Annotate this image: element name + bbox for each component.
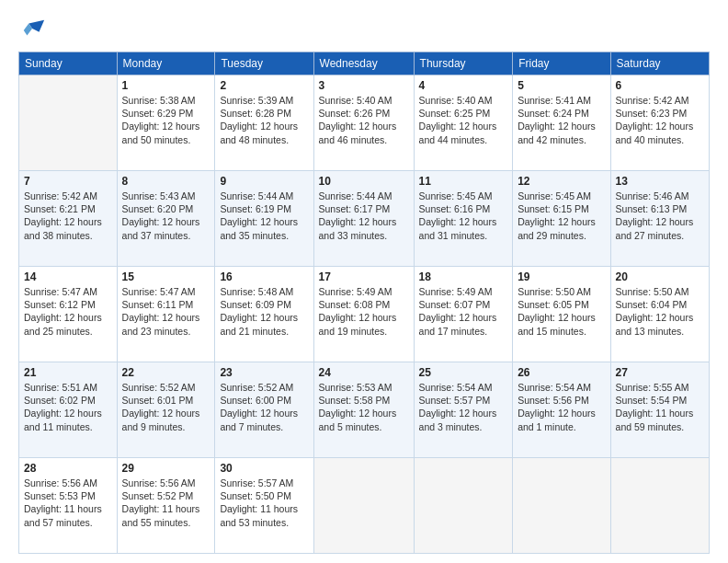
- day-info: Sunrise: 5:41 AM Sunset: 6:24 PM Dayligh…: [518, 94, 605, 146]
- day-number: 2: [220, 79, 308, 92]
- calendar-day-cell: 11Sunrise: 5:45 AM Sunset: 6:16 PM Dayli…: [414, 171, 513, 267]
- calendar-day-cell: [19, 75, 118, 171]
- day-info: Sunrise: 5:39 AM Sunset: 6:28 PM Dayligh…: [220, 94, 308, 146]
- calendar-day-cell: 27Sunrise: 5:55 AM Sunset: 5:54 PM Dayli…: [610, 362, 709, 458]
- calendar-day-cell: 22Sunrise: 5:52 AM Sunset: 6:01 PM Dayli…: [117, 362, 215, 458]
- day-info: Sunrise: 5:42 AM Sunset: 6:23 PM Dayligh…: [616, 94, 704, 146]
- calendar-day-cell: 6Sunrise: 5:42 AM Sunset: 6:23 PM Daylig…: [610, 75, 709, 171]
- day-number: 1: [122, 79, 210, 92]
- day-info: Sunrise: 5:44 AM Sunset: 6:17 PM Dayligh…: [319, 190, 409, 242]
- day-info: Sunrise: 5:45 AM Sunset: 6:15 PM Dayligh…: [518, 190, 605, 242]
- calendar-week-row: 21Sunrise: 5:51 AM Sunset: 6:02 PM Dayli…: [19, 362, 710, 458]
- calendar-day-cell: 1Sunrise: 5:38 AM Sunset: 6:29 PM Daylig…: [117, 75, 215, 171]
- calendar-day-cell: 9Sunrise: 5:44 AM Sunset: 6:19 PM Daylig…: [215, 171, 313, 267]
- day-info: Sunrise: 5:53 AM Sunset: 5:58 PM Dayligh…: [319, 381, 409, 433]
- calendar-day-cell: [610, 458, 709, 554]
- day-number: 15: [122, 270, 210, 283]
- day-number: 13: [616, 175, 704, 188]
- day-number: 21: [24, 366, 112, 379]
- calendar-day-cell: 23Sunrise: 5:52 AM Sunset: 6:00 PM Dayli…: [215, 362, 313, 458]
- day-info: Sunrise: 5:47 AM Sunset: 6:11 PM Dayligh…: [122, 285, 210, 338]
- day-info: Sunrise: 5:48 AM Sunset: 6:09 PM Dayligh…: [220, 285, 308, 338]
- day-number: 7: [24, 175, 112, 188]
- calendar-day-cell: 26Sunrise: 5:54 AM Sunset: 5:56 PM Dayli…: [513, 362, 610, 458]
- day-info: Sunrise: 5:40 AM Sunset: 6:25 PM Dayligh…: [419, 94, 508, 146]
- calendar-day-cell: 25Sunrise: 5:54 AM Sunset: 5:57 PM Dayli…: [414, 362, 513, 458]
- calendar-header-sunday: Sunday: [19, 52, 118, 75]
- day-number: 12: [518, 175, 605, 188]
- svg-marker-0: [28, 20, 44, 32]
- day-info: Sunrise: 5:45 AM Sunset: 6:16 PM Dayligh…: [419, 190, 508, 242]
- calendar-day-cell: 18Sunrise: 5:49 AM Sunset: 6:07 PM Dayli…: [414, 267, 513, 362]
- calendar-header-monday: Monday: [117, 52, 215, 75]
- page: SundayMondayTuesdayWednesdayThursdayFrid…: [0, 0, 728, 563]
- calendar-day-cell: [414, 458, 513, 554]
- day-number: 16: [220, 270, 308, 283]
- calendar-day-cell: 10Sunrise: 5:44 AM Sunset: 6:17 PM Dayli…: [313, 171, 414, 267]
- day-number: 25: [419, 366, 508, 379]
- calendar-day-cell: 16Sunrise: 5:48 AM Sunset: 6:09 PM Dayli…: [215, 267, 313, 362]
- day-number: 3: [319, 79, 409, 92]
- calendar-day-cell: [313, 458, 414, 554]
- day-info: Sunrise: 5:42 AM Sunset: 6:21 PM Dayligh…: [24, 190, 112, 242]
- day-number: 5: [518, 79, 605, 92]
- calendar-week-row: 14Sunrise: 5:47 AM Sunset: 6:12 PM Dayli…: [19, 267, 710, 362]
- day-number: 17: [319, 270, 409, 283]
- day-number: 20: [616, 270, 704, 283]
- calendar-day-cell: 24Sunrise: 5:53 AM Sunset: 5:58 PM Dayli…: [313, 362, 414, 458]
- calendar-day-cell: 28Sunrise: 5:56 AM Sunset: 5:53 PM Dayli…: [19, 458, 118, 554]
- day-info: Sunrise: 5:44 AM Sunset: 6:19 PM Dayligh…: [220, 190, 308, 242]
- calendar-day-cell: 14Sunrise: 5:47 AM Sunset: 6:12 PM Dayli…: [19, 267, 118, 362]
- day-number: 6: [616, 79, 704, 92]
- logo: [18, 17, 46, 42]
- logo-icon: [20, 17, 46, 42]
- day-info: Sunrise: 5:49 AM Sunset: 6:08 PM Dayligh…: [319, 285, 409, 338]
- day-number: 11: [419, 175, 508, 188]
- day-number: 23: [220, 366, 308, 379]
- day-number: 4: [419, 79, 508, 92]
- calendar-day-cell: 29Sunrise: 5:56 AM Sunset: 5:52 PM Dayli…: [117, 458, 215, 554]
- calendar-header-saturday: Saturday: [610, 52, 709, 75]
- day-info: Sunrise: 5:46 AM Sunset: 6:13 PM Dayligh…: [616, 190, 704, 242]
- day-info: Sunrise: 5:51 AM Sunset: 6:02 PM Dayligh…: [24, 381, 112, 433]
- day-number: 24: [319, 366, 409, 379]
- calendar-day-cell: 2Sunrise: 5:39 AM Sunset: 6:28 PM Daylig…: [215, 75, 313, 171]
- calendar-header-tuesday: Tuesday: [215, 52, 313, 75]
- day-info: Sunrise: 5:50 AM Sunset: 6:05 PM Dayligh…: [518, 285, 605, 338]
- calendar-week-row: 1Sunrise: 5:38 AM Sunset: 6:29 PM Daylig…: [19, 75, 710, 171]
- calendar-header-wednesday: Wednesday: [313, 52, 414, 75]
- day-info: Sunrise: 5:54 AM Sunset: 5:57 PM Dayligh…: [419, 381, 508, 433]
- header: [18, 17, 710, 42]
- calendar-day-cell: 3Sunrise: 5:40 AM Sunset: 6:26 PM Daylig…: [313, 75, 414, 171]
- day-number: 27: [616, 366, 704, 379]
- day-info: Sunrise: 5:43 AM Sunset: 6:20 PM Dayligh…: [122, 190, 210, 242]
- calendar-day-cell: 7Sunrise: 5:42 AM Sunset: 6:21 PM Daylig…: [19, 171, 118, 267]
- day-info: Sunrise: 5:56 AM Sunset: 5:52 PM Dayligh…: [122, 477, 210, 529]
- calendar-table: SundayMondayTuesdayWednesdayThursdayFrid…: [18, 52, 710, 554]
- day-info: Sunrise: 5:55 AM Sunset: 5:54 PM Dayligh…: [616, 381, 704, 433]
- day-info: Sunrise: 5:49 AM Sunset: 6:07 PM Dayligh…: [419, 285, 508, 338]
- calendar-day-cell: 15Sunrise: 5:47 AM Sunset: 6:11 PM Dayli…: [117, 267, 215, 362]
- day-number: 10: [319, 175, 409, 188]
- day-number: 8: [122, 175, 210, 188]
- calendar-day-cell: 13Sunrise: 5:46 AM Sunset: 6:13 PM Dayli…: [610, 171, 709, 267]
- calendar-day-cell: 4Sunrise: 5:40 AM Sunset: 6:25 PM Daylig…: [414, 75, 513, 171]
- calendar-day-cell: 8Sunrise: 5:43 AM Sunset: 6:20 PM Daylig…: [117, 171, 215, 267]
- calendar-day-cell: 21Sunrise: 5:51 AM Sunset: 6:02 PM Dayli…: [19, 362, 118, 458]
- day-info: Sunrise: 5:52 AM Sunset: 6:00 PM Dayligh…: [220, 381, 308, 433]
- day-number: 22: [122, 366, 210, 379]
- day-number: 28: [24, 462, 112, 475]
- calendar-header-friday: Friday: [513, 52, 610, 75]
- calendar-week-row: 7Sunrise: 5:42 AM Sunset: 6:21 PM Daylig…: [19, 171, 710, 267]
- day-info: Sunrise: 5:56 AM Sunset: 5:53 PM Dayligh…: [24, 477, 112, 529]
- day-number: 19: [518, 270, 605, 283]
- calendar-day-cell: 5Sunrise: 5:41 AM Sunset: 6:24 PM Daylig…: [513, 75, 610, 171]
- day-info: Sunrise: 5:57 AM Sunset: 5:50 PM Dayligh…: [220, 477, 308, 529]
- calendar-day-cell: 12Sunrise: 5:45 AM Sunset: 6:15 PM Dayli…: [513, 171, 610, 267]
- day-number: 26: [518, 366, 605, 379]
- calendar-day-cell: 17Sunrise: 5:49 AM Sunset: 6:08 PM Dayli…: [313, 267, 414, 362]
- day-info: Sunrise: 5:52 AM Sunset: 6:01 PM Dayligh…: [122, 381, 210, 433]
- day-info: Sunrise: 5:38 AM Sunset: 6:29 PM Dayligh…: [122, 94, 210, 146]
- day-info: Sunrise: 5:54 AM Sunset: 5:56 PM Dayligh…: [518, 381, 605, 433]
- day-number: 30: [220, 462, 308, 475]
